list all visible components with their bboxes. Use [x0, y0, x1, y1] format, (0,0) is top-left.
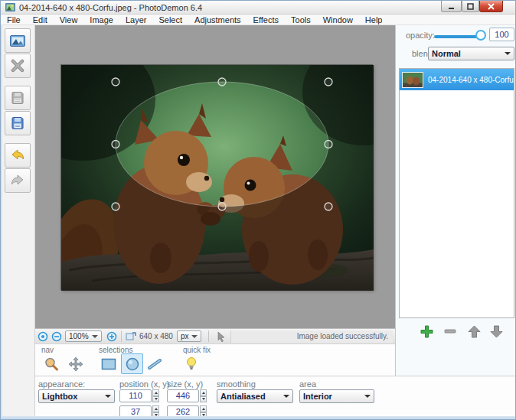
- arrow-up-icon: [468, 325, 481, 338]
- save-as-button[interactable]: [5, 111, 31, 135]
- selection-handle-top-center[interactable]: [218, 78, 226, 86]
- size-x-spinner: 446: [167, 389, 207, 402]
- menu-item-file[interactable]: File: [1, 15, 27, 25]
- pointer-coords-icon[interactable]: [216, 331, 227, 342]
- remove-layer-button[interactable]: [441, 322, 459, 340]
- image-size-label: 640 x 480: [139, 332, 173, 340]
- selection-handle-top-left[interactable]: [112, 78, 119, 86]
- photodemon-window: 04-2014-640 x 480-Corfu.jpeg - PhotoDemo…: [0, 0, 516, 420]
- image-canvas[interactable]: [60, 64, 373, 290]
- spin-up-button[interactable]: [200, 405, 207, 412]
- elliptical-select-button[interactable]: [121, 353, 143, 374]
- layer-list: 04-2014-640 x 480-Corfu: [399, 68, 514, 318]
- title-bar[interactable]: 04-2014-640 x 480-Corfu.jpeg - PhotoDemo…: [1, 1, 516, 15]
- position-label: position (x, y): [119, 379, 169, 389]
- zoom-in-button[interactable]: [106, 331, 117, 342]
- zoom-out-button[interactable]: [51, 331, 62, 342]
- move-layer-up-button[interactable]: [465, 322, 483, 340]
- close-image-button[interactable]: [5, 54, 31, 78]
- open-image-button[interactable]: [5, 28, 31, 53]
- unit-value: px: [181, 332, 189, 340]
- opacity-slider-thumb[interactable]: [475, 30, 486, 41]
- redo-button[interactable]: [5, 168, 31, 193]
- chevron-down-icon: [364, 395, 371, 398]
- lightbulb-button[interactable]: [180, 353, 202, 374]
- unit-dropdown[interactable]: px: [177, 330, 201, 342]
- close-icon: [488, 3, 495, 10]
- smoothing-dropdown[interactable]: Antialiased: [217, 389, 293, 403]
- spin-down-button[interactable]: [152, 396, 159, 403]
- blend-mode-dropdown[interactable]: Normal: [428, 47, 514, 60]
- move-layer-down-button[interactable]: [487, 322, 505, 340]
- menu-item-window[interactable]: Window: [317, 15, 359, 25]
- selection-handle-middle-left[interactable]: [112, 141, 119, 148]
- minus-icon: [444, 325, 456, 337]
- status-bar: 100% 640 x 480 px Image loaded successfu…: [35, 328, 395, 343]
- close-image-icon: [11, 59, 24, 73]
- area-dropdown[interactable]: Interior: [299, 389, 374, 403]
- area-value: Interior: [303, 392, 332, 401]
- selection-handle-bottom-left[interactable]: [112, 203, 119, 210]
- image-size-icon[interactable]: [126, 331, 136, 342]
- save-button[interactable]: [5, 86, 31, 110]
- canvas-workspace[interactable]: [35, 25, 395, 328]
- menu-item-help[interactable]: Help: [359, 15, 389, 25]
- tool-options-panel: appearance: Lightbox position (x, y) 110…: [35, 376, 516, 416]
- opacity-value[interactable]: 100: [489, 28, 514, 41]
- menu-item-select[interactable]: Select: [152, 15, 188, 25]
- spin-up-button[interactable]: [200, 389, 207, 396]
- maximize-button[interactable]: [462, 1, 479, 12]
- status-message: Image loaded successfully.: [230, 330, 393, 343]
- ellipse-select-icon: [125, 357, 140, 371]
- squirrel-photo: [61, 65, 374, 291]
- undo-button[interactable]: [5, 143, 31, 168]
- position-x-value[interactable]: 110: [119, 389, 152, 402]
- window-title: 04-2014-640 x 480-Corfu.jpeg - PhotoDemo…: [19, 1, 202, 15]
- plus-icon: [420, 325, 433, 338]
- menu-item-view[interactable]: View: [54, 15, 84, 25]
- save-as-icon: [11, 117, 24, 129]
- window-edge-left: [1, 25, 2, 416]
- menu-item-image[interactable]: Image: [83, 15, 119, 25]
- chevron-down-icon: [191, 335, 198, 338]
- redo-icon: [11, 174, 24, 187]
- move-tool-button[interactable]: [64, 353, 87, 374]
- menu-item-layer[interactable]: Layer: [119, 15, 153, 25]
- zoom-level-value: 100%: [69, 332, 89, 340]
- selection-handle-bottom-center[interactable]: [218, 203, 226, 210]
- line-select-icon: [147, 358, 162, 370]
- appearance-label: appearance:: [38, 379, 85, 389]
- blend-mode-value: Normal: [432, 49, 461, 58]
- layer-item[interactable]: 04-2014-640 x 480-Corfu: [400, 69, 514, 90]
- size-label: size (x, y): [167, 379, 203, 389]
- rectangular-select-button[interactable]: [97, 353, 119, 374]
- appearance-value: Lightbox: [42, 392, 77, 401]
- appearance-dropdown[interactable]: Lightbox: [38, 389, 115, 403]
- chevron-down-icon: [105, 395, 111, 398]
- fit-canvas-button[interactable]: [38, 331, 48, 342]
- smoothing-value: Antialiased: [220, 392, 266, 401]
- selection-handle-bottom-right[interactable]: [325, 203, 332, 210]
- minimize-icon: [448, 3, 455, 10]
- position-x-spinner: 110: [119, 389, 159, 402]
- spin-down-button[interactable]: [200, 396, 207, 403]
- size-x-value[interactable]: 446: [167, 389, 199, 402]
- arrow-down-icon: [490, 325, 503, 338]
- layer-name: 04-2014-640 x 480-Corfu: [428, 76, 514, 84]
- menu-bar: File Edit View Image Layer Select Adjust…: [1, 15, 516, 25]
- menu-item-edit[interactable]: Edit: [27, 15, 54, 25]
- selection-handle-top-right[interactable]: [325, 78, 332, 86]
- spin-up-button[interactable]: [152, 405, 159, 412]
- menu-item-effects[interactable]: Effects: [247, 15, 285, 25]
- close-button[interactable]: [479, 1, 503, 12]
- line-select-button[interactable]: [143, 353, 165, 374]
- add-layer-button[interactable]: [417, 322, 436, 340]
- selection-handle-middle-right[interactable]: [325, 141, 332, 148]
- area-label: area: [299, 379, 316, 389]
- zoom-level-dropdown[interactable]: 100%: [65, 330, 102, 342]
- menu-item-tools[interactable]: Tools: [285, 15, 317, 25]
- zoom-tool-button[interactable]: [40, 353, 62, 374]
- minimize-button[interactable]: [441, 1, 462, 12]
- menu-item-adjustments[interactable]: Adjustments: [188, 15, 247, 25]
- spin-up-button[interactable]: [152, 389, 159, 396]
